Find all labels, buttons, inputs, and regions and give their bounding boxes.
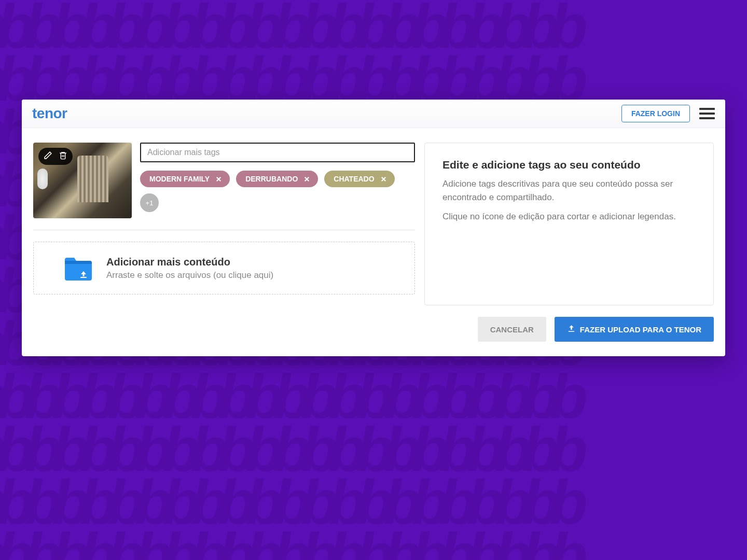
folder-upload-icon: [64, 256, 93, 281]
tags-overflow-badge[interactable]: +1: [140, 193, 159, 212]
chip-label: DERRUBANDO: [245, 175, 298, 183]
close-icon[interactable]: [380, 175, 388, 183]
add-content-dropzone[interactable]: Adicionar mais conteúdo Arraste e solte …: [33, 242, 415, 295]
logo: tenor: [32, 105, 67, 122]
dropzone-text: Adicionar mais conteúdo Arraste e solte …: [106, 256, 273, 281]
tag-chip: DERRUBANDO: [236, 171, 318, 187]
cancel-button[interactable]: CANCELAR: [478, 317, 546, 342]
svg-rect-1: [80, 277, 87, 278]
action-buttons: CANCELAR FAZER UPLOAD PARA O TENOR: [424, 317, 714, 342]
close-icon[interactable]: [215, 175, 223, 183]
modal-body: MODERN FAMILY DERRUBANDO C: [22, 128, 725, 356]
tag-chip: MODERN FAMILY: [140, 171, 230, 187]
login-button[interactable]: FAZER LOGIN: [621, 105, 690, 122]
info-title: Edite e adicione tags ao seu conteúdo: [442, 159, 696, 171]
chip-label: MODERN FAMILY: [149, 175, 210, 183]
right-column: Edite e adicione tags ao seu conteúdo Ad…: [424, 143, 714, 342]
hamburger-menu-icon[interactable]: [699, 106, 715, 121]
info-paragraph: Adicione tags descritivas para que seu c…: [442, 177, 696, 205]
info-panel: Edite e adicione tags ao seu conteúdo Ad…: [424, 143, 714, 305]
upload-modal: tenor FAZER LOGIN: [22, 100, 725, 356]
upload-icon: [567, 324, 576, 334]
tag-chips: MODERN FAMILY DERRUBANDO C: [140, 171, 415, 212]
edit-icon[interactable]: [44, 151, 52, 162]
chip-label: CHATEADO: [334, 175, 374, 183]
upload-button-label: FAZER UPLOAD PARA O TENOR: [580, 325, 701, 334]
upload-thumbnail[interactable]: [33, 143, 132, 218]
tag-editor: MODERN FAMILY DERRUBANDO C: [140, 143, 415, 212]
thumbnail-controls: [38, 148, 73, 165]
modal-header: tenor FAZER LOGIN: [22, 100, 725, 128]
upload-item: MODERN FAMILY DERRUBANDO C: [33, 143, 415, 218]
info-paragraph: Clique no ícone de edição para cortar e …: [442, 210, 696, 223]
header-actions: FAZER LOGIN: [621, 105, 715, 122]
tag-chip: CHATEADO: [324, 171, 394, 187]
dropzone-title: Adicionar mais conteúdo: [106, 256, 273, 268]
tag-input[interactable]: [140, 143, 415, 162]
upload-button[interactable]: FAZER UPLOAD PARA O TENOR: [555, 317, 714, 342]
left-column: MODERN FAMILY DERRUBANDO C: [33, 143, 415, 342]
trash-icon[interactable]: [59, 151, 67, 162]
divider: [33, 230, 415, 230]
close-icon[interactable]: [303, 175, 311, 183]
dropzone-subtitle: Arraste e solte os arquivos (ou clique a…: [106, 270, 273, 281]
